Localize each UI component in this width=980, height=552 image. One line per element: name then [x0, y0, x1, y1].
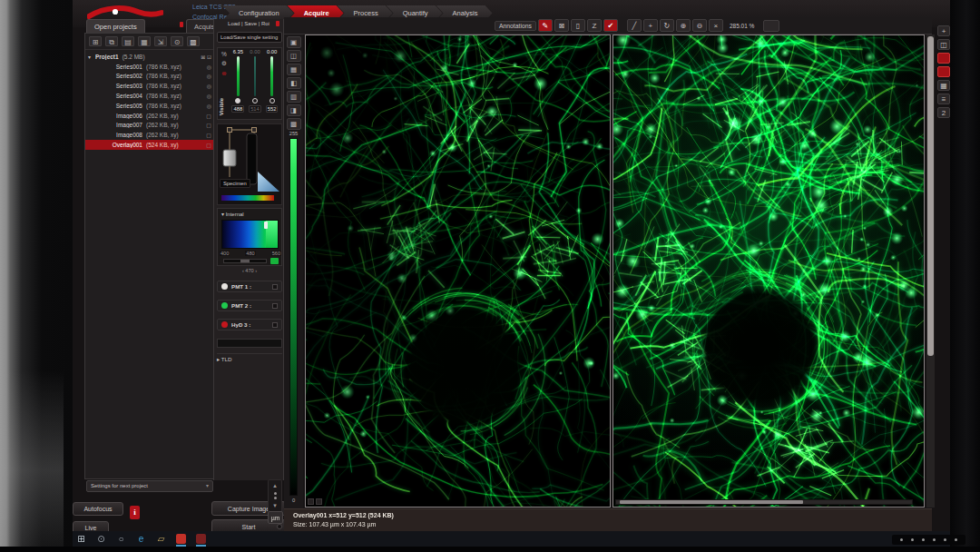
detector-state-icon[interactable] — [221, 302, 228, 309]
pane-corner-tools[interactable] — [308, 498, 322, 505]
detector-checkbox[interactable] — [272, 322, 278, 328]
autofocus-button[interactable]: Autofocus — [73, 502, 123, 516]
grid-view-icon[interactable]: ▩ — [187, 36, 200, 46]
save-project-icon[interactable]: ▤ — [122, 36, 134, 46]
open-project-icon[interactable]: ⧉ — [105, 36, 118, 46]
pane-tool-icon[interactable] — [308, 498, 314, 505]
image-pane-left[interactable] — [305, 34, 611, 508]
laser-track-514[interactable]: 0.00514 — [247, 49, 263, 118]
monitor-osd-buttons[interactable] — [892, 535, 965, 545]
line-profile-icon[interactable]: ╱ — [627, 19, 642, 32]
detector-checkbox[interactable] — [272, 303, 278, 309]
detector-state-icon[interactable] — [221, 283, 228, 290]
tree-item-series004[interactable]: Series004(786 KB, xyz)◎ — [85, 91, 214, 101]
single-setting-dropdown[interactable]: Load/Save single setting — [217, 32, 282, 43]
record-button[interactable] — [937, 53, 950, 64]
page-2-button[interactable]: 2 — [937, 107, 950, 118]
delete-annotation-icon[interactable]: ▯ — [571, 19, 585, 32]
lut-gradient-bar[interactable] — [289, 138, 298, 496]
file-explorer-button[interactable]: ▱ — [154, 532, 168, 546]
laser-slider-track[interactable] — [237, 56, 240, 96]
single-view-icon[interactable]: ▣ — [287, 36, 301, 48]
export-icon[interactable]: ⇲ — [154, 36, 167, 46]
gear-icon[interactable]: ⚙ — [221, 60, 227, 67]
detector-input-field[interactable] — [217, 339, 282, 348]
tree-item-series002[interactable]: Series002(786 KB, xyz)◎ — [85, 72, 214, 82]
settings-next-project-dropdown[interactable]: Settings for next project — [86, 480, 213, 492]
unit-button[interactable]: µm — [268, 511, 283, 524]
tree-item-image007[interactable]: Image007(262 KB, xy)▢ — [85, 121, 214, 131]
spectrum-slider[interactable] — [223, 259, 267, 263]
chart-view-icon[interactable]: ▩ — [287, 118, 301, 130]
draw-annotation-icon[interactable]: ✎ — [538, 19, 553, 32]
image-pane-left-canvas[interactable] — [306, 35, 610, 507]
percent-icon[interactable]: % — [221, 51, 227, 57]
zoom-out-icon[interactable]: ⊖ — [692, 19, 707, 32]
image-pane-right[interactable] — [612, 34, 925, 508]
detector-row-1[interactable]: PMT 1 : — [217, 281, 282, 292]
laser-slider-track[interactable] — [270, 56, 273, 96]
laser-off-icon[interactable]: ⊗ — [221, 70, 226, 77]
display-options-button[interactable] — [763, 20, 779, 32]
detector-row-3[interactable]: HyD 3 : — [217, 319, 282, 330]
search-button[interactable]: ⊙ — [94, 532, 108, 546]
tree-item-overlay001[interactable]: Overlay001(524 KB, xy)▢ — [85, 140, 214, 150]
detection-window-handle-icon[interactable] — [264, 222, 268, 229]
tree-item-image006[interactable]: Image006(262 KB, xy)▢ — [85, 111, 214, 121]
tree-root[interactable]: ▾ Project1 (5.2 MB) ⊠ ⊡ — [85, 52, 214, 62]
pane-tool-icon[interactable] — [316, 498, 322, 505]
horizontal-scrollbar[interactable] — [615, 499, 913, 505]
zoom-in-icon[interactable]: ⊕ — [676, 19, 691, 32]
edge-browser-button[interactable]: e — [134, 532, 148, 546]
horizontal-scrollbar-thumb[interactable] — [620, 500, 803, 504]
overlay-view-icon[interactable]: ◧ — [287, 77, 301, 89]
select-annotation-icon[interactable]: ⊠ — [554, 19, 569, 32]
split-view-icon[interactable]: ◫ — [287, 50, 301, 62]
tree-item-series005[interactable]: Series005(786 KB, xyz)◎ — [85, 101, 214, 111]
info-icon[interactable]: i — [130, 506, 140, 519]
layers-button[interactable]: ▦ — [937, 80, 950, 91]
annotations-label[interactable]: Annotations — [495, 21, 536, 31]
rotate-icon[interactable]: ↻ — [660, 19, 674, 32]
detection-spectrum[interactable] — [221, 220, 279, 249]
focus-stepper[interactable]: ▴▾ — [268, 479, 282, 512]
spectrum-slider-thumb[interactable] — [240, 260, 250, 262]
tree-item-image008[interactable]: Image008(262 KB, xy)▢ — [85, 130, 214, 140]
expand-arrow-icon[interactable]: ▾ — [88, 54, 95, 60]
las-x-button[interactable] — [194, 532, 208, 546]
gallery-view-icon[interactable]: ▥ — [287, 91, 301, 103]
detector-checkbox[interactable] — [272, 284, 278, 290]
menu-button[interactable]: ≡ — [937, 94, 950, 104]
laser-track-552[interactable]: 0.00552 — [264, 49, 280, 118]
vertical-scrollbar-thumb[interactable] — [927, 36, 934, 356]
new-project-icon[interactable]: ⊞ — [89, 36, 102, 46]
archive-icon[interactable]: ▦ — [138, 36, 151, 46]
split-panel-button[interactable]: ◫ — [937, 39, 950, 50]
z-annotation-icon[interactable]: Z — [587, 19, 602, 32]
zoom-fit-icon[interactable]: × — [709, 19, 723, 32]
stop-button[interactable] — [937, 66, 950, 77]
pan-icon[interactable]: + — [643, 19, 658, 32]
stepper-down-icon[interactable]: ▾ — [273, 502, 277, 509]
tab-open-projects[interactable]: Open projects — [86, 19, 145, 33]
detector-row-2[interactable]: PMT 2 : — [217, 300, 282, 311]
acrobat-button[interactable] — [174, 532, 188, 546]
start-button[interactable]: ⊞ — [74, 532, 88, 546]
tree-item-series003[interactable]: Series003(786 KB, xyz)◎ — [85, 81, 214, 91]
laser-slider-knob-icon[interactable] — [270, 98, 275, 104]
tree-item-series001[interactable]: Series001(786 KB, xyz)◎ — [85, 62, 214, 72]
cortana-button[interactable]: ○ — [114, 532, 128, 546]
3d-view-icon[interactable]: ◨ — [287, 104, 301, 116]
vertical-scrollbar[interactable] — [926, 34, 935, 508]
tld-section[interactable]: ▸ TLD — [217, 353, 282, 362]
image-pane-right-canvas[interactable] — [613, 35, 924, 507]
search-icon[interactable]: ⊙ — [171, 36, 183, 46]
laser-slider-track[interactable] — [254, 56, 257, 96]
spectrum-confirm-button[interactable] — [270, 258, 279, 264]
laser-slider-knob-icon[interactable] — [252, 98, 258, 104]
tile-view-icon[interactable]: ▦ — [287, 64, 301, 75]
load-save-roi[interactable]: Load | Save | Roi — [214, 21, 283, 26]
laser-track-488[interactable]: 6.35488 — [230, 49, 246, 118]
add-panel-button[interactable]: + — [937, 25, 950, 36]
laser-slider-knob-icon[interactable] — [235, 98, 240, 104]
